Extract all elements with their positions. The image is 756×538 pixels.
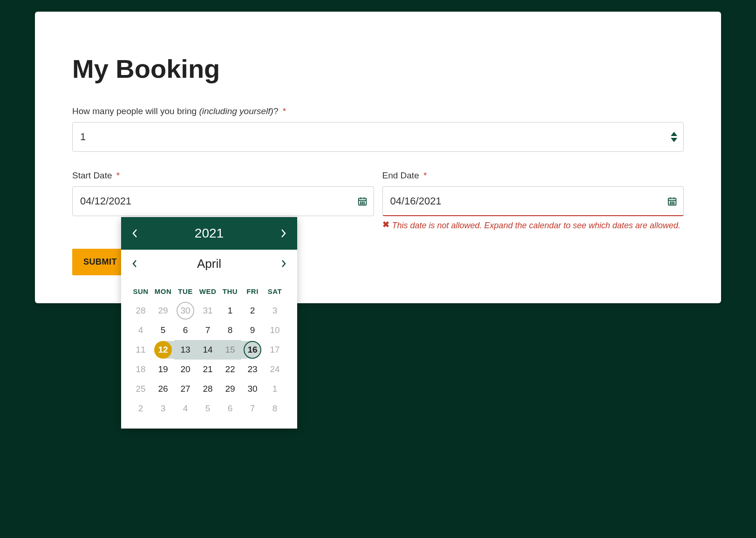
stepper-down-icon[interactable] [671,138,677,142]
datepicker-day[interactable]: 23 [241,360,264,379]
datepicker-day[interactable]: 27 [174,379,197,399]
next-year-button[interactable] [279,228,287,239]
datepicker-day[interactable]: 1 [219,301,241,320]
datepicker-month-label[interactable]: April [197,257,221,271]
datepicker-day[interactable]: 26 [152,379,174,399]
datepicker-day[interactable]: 29 [152,301,174,320]
datepicker-dow: SUN [129,281,152,301]
datepicker-day[interactable]: 5 [197,399,219,418]
start-date-input[interactable] [72,186,374,216]
chevron-left-icon [131,259,138,268]
datepicker-dow: WED [197,281,219,301]
datepicker-dow: THU [219,281,241,301]
datepicker-day[interactable]: 8 [219,320,241,340]
datepicker-dow: SAT [264,281,286,301]
datepicker-day[interactable]: 5 [152,320,174,340]
datepicker-day[interactable]: 13 [174,340,197,360]
datepicker-day[interactable]: 3 [152,399,174,418]
end-date-error: ✖ This date is not allowed. Expand the c… [382,220,684,231]
datepicker-year-bar: 2021 [121,217,297,250]
prev-year-button[interactable] [131,228,139,239]
required-asterisk: * [423,170,427,180]
datepicker-day[interactable]: 17 [264,340,286,360]
end-date-label: End Date * [382,170,684,181]
datepicker-day[interactable]: 14 [197,340,219,360]
datepicker-dow: FRI [241,281,264,301]
people-count-input[interactable] [72,122,684,152]
datepicker-day[interactable]: 6 [174,320,197,340]
datepicker-day[interactable]: 12 [154,341,172,359]
required-asterisk: * [283,106,286,116]
datepicker-day[interactable]: 20 [174,360,197,379]
chevron-right-icon [279,228,287,239]
datepicker-day[interactable]: 15 [219,340,241,360]
datepicker-day[interactable]: 25 [129,379,152,399]
start-date-label-text: Start Date [72,170,112,180]
datepicker-day[interactable]: 4 [174,399,197,418]
people-count-label: How many people will you bring (includin… [72,106,684,116]
datepicker-day[interactable]: 31 [197,301,219,320]
datepicker-day[interactable]: 24 [264,360,286,379]
start-date-col: Start Date * [72,170,374,216]
people-count-field [72,122,684,152]
datepicker-day[interactable]: 9 [241,320,264,340]
datepicker-day[interactable]: 21 [197,360,219,379]
error-x-icon: ✖ [382,220,389,230]
prev-month-button[interactable] [131,259,138,268]
datepicker-day[interactable]: 8 [264,399,286,418]
datepicker-grid: SUNMONTUEWEDTHUFRISAT2829303112345678910… [121,278,297,429]
datepicker-day[interactable]: 19 [152,360,174,379]
datepicker-dow: MON [152,281,174,301]
end-date-label-text: End Date [382,170,419,180]
page-title: My Booking [72,54,684,84]
datepicker-dow: TUE [174,281,197,301]
datepicker-day[interactable]: 28 [129,301,152,320]
end-date-error-text: This date is not allowed. Expand the cal… [392,220,681,231]
datepicker-day[interactable]: 11 [129,340,152,360]
datepicker-day[interactable]: 18 [129,360,152,379]
end-date-input[interactable] [382,186,684,216]
datepicker-day[interactable]: 28 [197,379,219,399]
start-date-label: Start Date * [72,170,374,181]
datepicker-day[interactable]: 30 [177,302,194,320]
start-date-input-wrap: 2021 April SUNMONTUEWE [72,186,374,216]
people-label-text-em: (including yourself) [199,106,273,116]
datepicker-day[interactable]: 22 [219,360,241,379]
datepicker-day[interactable]: 4 [129,320,152,340]
number-steppers [671,132,677,142]
datepicker-day[interactable]: 30 [241,379,264,399]
stepper-up-icon[interactable] [671,132,677,136]
next-month-button[interactable] [280,259,287,268]
datepicker-day[interactable]: 10 [264,320,286,340]
booking-form-card: My Booking How many people will you brin… [35,12,721,303]
end-date-col: End Date * ✖ [382,170,684,231]
submit-button[interactable]: SUBMIT [72,249,128,275]
datepicker-day[interactable]: 7 [241,399,264,418]
required-asterisk: * [116,170,120,180]
people-label-text-before: How many people will you bring [72,106,199,116]
datepicker-day[interactable]: 1 [264,379,286,399]
datepicker-day[interactable]: 3 [264,301,286,320]
datepicker-day[interactable]: 2 [241,301,264,320]
chevron-left-icon [131,228,139,239]
datepicker-day[interactable]: 29 [219,379,241,399]
date-row: Start Date * [72,170,684,231]
people-label-text-after: ? [273,106,279,116]
datepicker-year-label[interactable]: 2021 [195,226,224,241]
datepicker-day[interactable]: 7 [197,320,219,340]
datepicker-day[interactable]: 2 [129,399,152,418]
datepicker-month-bar: April [121,250,297,278]
datepicker-day[interactable]: 6 [219,399,241,418]
datepicker-popover: 2021 April SUNMONTUEWE [121,217,297,429]
end-date-input-wrap [382,186,684,216]
datepicker-day[interactable]: 16 [244,341,261,359]
chevron-right-icon [280,259,287,268]
